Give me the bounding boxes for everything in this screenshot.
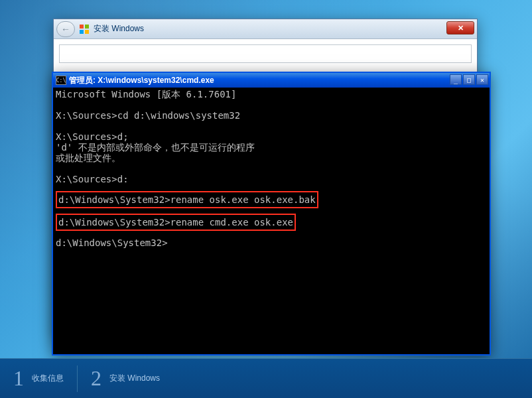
svg-rect-3 <box>85 30 89 34</box>
installer-close-button[interactable]: ✕ <box>446 21 474 34</box>
cmd-output-line: X:\Sources>d: <box>56 174 487 184</box>
cmd-prompt: d:\Windows\System32> <box>56 237 487 248</box>
cmd-output-line: 或批处理文件。 <box>56 153 487 163</box>
cmd-window-controls: _ □ ✕ <box>450 74 488 85</box>
close-icon: ✕ <box>480 76 484 84</box>
step-install-windows: 2 安装 Windows <box>78 359 173 398</box>
step-label: 安装 Windows <box>109 373 160 384</box>
cmd-titlebar[interactable]: C:\ 管理员: X:\windows\system32\cmd.exe _ □… <box>53 73 490 88</box>
cmd-window: C:\ 管理员: X:\windows\system32\cmd.exe _ □… <box>52 72 491 356</box>
back-arrow-icon: ← <box>61 24 70 34</box>
cmd-output-line: d:\Windows\System32>rename cmd.exe osk.e… <box>58 217 293 228</box>
close-button[interactable]: ✕ <box>476 74 488 85</box>
back-button[interactable]: ← <box>56 21 75 37</box>
cmd-body[interactable]: Microsoft Windows [版本 6.1.7601]X:\Source… <box>53 88 490 354</box>
svg-rect-0 <box>80 25 84 29</box>
cmd-icon: C:\ <box>56 76 66 85</box>
step-number: 2 <box>91 366 101 391</box>
installer-titlebar: ← 安装 Windows ✕ <box>54 19 477 39</box>
cmd-output-line: Microsoft Windows [版本 6.1.7601] <box>56 89 487 100</box>
cmd-title: 管理员: X:\windows\system32\cmd.exe <box>69 75 214 86</box>
step-number: 1 <box>13 366 24 391</box>
installer-title: 安装 Windows <box>94 23 144 34</box>
maximize-icon: □ <box>467 76 471 84</box>
cmd-output-line: X:\Sources>d; <box>56 131 487 142</box>
svg-rect-1 <box>85 25 89 29</box>
maximize-button[interactable]: □ <box>463 74 475 85</box>
installer-content-area <box>59 44 472 63</box>
svg-rect-2 <box>80 30 84 34</box>
cmd-output-line: 'd' 不是内部或外部命令，也不是可运行的程序 <box>56 142 487 153</box>
close-icon: ✕ <box>458 24 464 33</box>
step-collect-info: 1 收集信息 <box>0 359 77 398</box>
setup-step-bar: 1 收集信息 2 安装 Windows <box>0 358 532 398</box>
highlighted-command: d:\Windows\System32>rename osk.exe osk.e… <box>56 191 318 208</box>
minimize-button[interactable]: _ <box>450 74 462 85</box>
step-label: 收集信息 <box>32 373 64 384</box>
highlighted-command: d:\Windows\System32>rename cmd.exe osk.e… <box>56 214 296 231</box>
cmd-output-line: d:\Windows\System32>rename osk.exe osk.e… <box>58 194 316 205</box>
windows-logo-icon <box>79 24 90 34</box>
minimize-icon: _ <box>454 76 458 84</box>
cmd-output-line: X:\Sources>cd d:\windows\system32 <box>56 110 487 121</box>
